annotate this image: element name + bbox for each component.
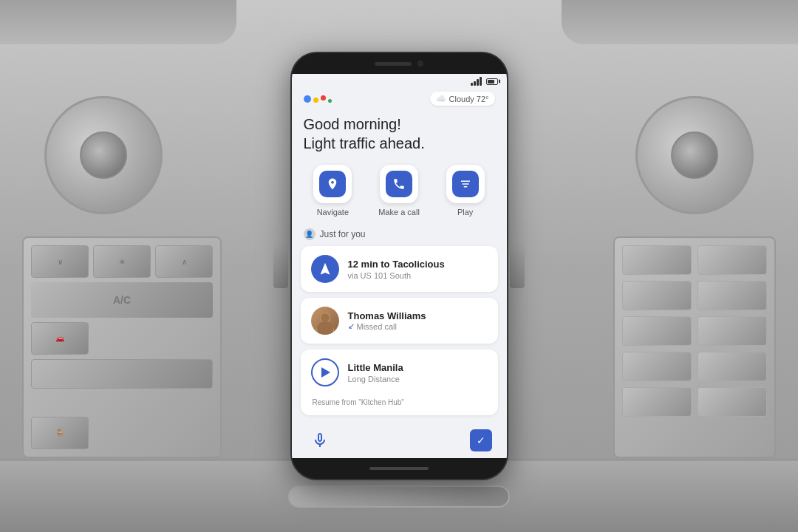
fan-icon-btn[interactable]: ✳ xyxy=(93,245,151,278)
screen-header: ☁️ Cloudy 72° xyxy=(292,87,507,112)
play-icon-circle xyxy=(446,165,485,203)
right-row-3 xyxy=(622,316,767,346)
battery-tip xyxy=(499,80,500,83)
nav-card-text: 12 min to Tacolicious via US 101 South xyxy=(348,259,488,280)
contact-name: Thomas Williams xyxy=(348,310,488,321)
right-control-panel xyxy=(613,236,776,458)
play-action[interactable]: Play xyxy=(436,165,495,216)
phone-home-bar xyxy=(369,467,429,470)
signal-bar-1 xyxy=(471,83,473,86)
call-icon-circle xyxy=(380,165,418,203)
phone-screen: ☁️ Cloudy 72° Good morning! Light traffi… xyxy=(292,74,507,458)
right-btn-8[interactable] xyxy=(698,352,767,381)
checkmark-button[interactable]: ✓ xyxy=(470,429,492,451)
contact-card[interactable]: Thomas Williams ↙ Missed call xyxy=(301,298,498,344)
right-vent xyxy=(635,96,754,214)
nav-card-title: 12 min to Tacolicious xyxy=(348,259,488,270)
car-btn[interactable]: 🚗 xyxy=(31,322,89,355)
left-vent xyxy=(44,96,163,214)
greeting-section: Good morning! Light traffic ahead. xyxy=(292,112,507,162)
play-label: Play xyxy=(457,208,473,216)
nav-arrow-icon xyxy=(311,255,339,283)
music-card-text: Little Manila Long Distance xyxy=(348,362,488,383)
navigation-card[interactable]: 12 min to Tacolicious via US 101 South xyxy=(301,246,498,292)
just-for-you-label: Just for you xyxy=(320,229,366,239)
mount-bracket-right xyxy=(510,244,525,288)
svg-point-3 xyxy=(317,321,333,335)
phone-bottom-bar xyxy=(292,458,507,479)
car-display xyxy=(31,359,213,389)
left-vent-top xyxy=(0,0,236,44)
weather-icon: ☁️ xyxy=(436,94,446,103)
dot-blue xyxy=(304,95,311,103)
svg-point-2 xyxy=(321,313,330,322)
signal-bar-3 xyxy=(477,79,479,86)
dot-red xyxy=(321,95,326,100)
right-btn-7[interactable] xyxy=(622,352,692,381)
quick-actions: Navigate Make a call xyxy=(292,162,507,225)
play-icon xyxy=(452,171,479,197)
music-subtitle: Long Distance xyxy=(348,375,488,383)
call-action[interactable]: Make a call xyxy=(369,165,429,216)
missed-call-indicator: ↙ Missed call xyxy=(348,321,488,331)
fan-up-btn[interactable]: ∧ xyxy=(155,245,213,278)
battery-fill xyxy=(488,80,495,83)
mount-bracket-left xyxy=(273,244,288,288)
right-btn-2[interactable] xyxy=(698,245,767,275)
phone-camera xyxy=(417,61,423,66)
right-vent-top xyxy=(562,0,798,44)
seat-btn[interactable]: 🪑 xyxy=(31,417,89,449)
right-btn-6[interactable] xyxy=(698,316,767,346)
ac-label: A/C xyxy=(31,282,213,317)
greeting-line1: Good morning! Light traffic ahead. xyxy=(304,115,495,153)
right-btn-4[interactable] xyxy=(698,281,767,310)
music-card[interactable]: Little Manila Long Distance Resume from … xyxy=(301,349,498,415)
status-bar xyxy=(292,74,507,87)
navigate-action[interactable]: Navigate xyxy=(304,165,363,216)
right-btn-5[interactable] xyxy=(622,316,692,346)
google-assistant-icon xyxy=(304,95,332,103)
missed-call-arrow-icon: ↙ xyxy=(348,321,355,331)
missed-call-label: Missed call xyxy=(357,322,397,331)
navigate-icon-circle xyxy=(313,165,352,203)
phone-device: ☁️ Cloudy 72° Good morning! Light traffi… xyxy=(290,52,508,480)
music-play-icon[interactable] xyxy=(311,358,339,386)
signal-bar-4 xyxy=(480,77,482,86)
contact-card-text: Thomas Williams ↙ Missed call xyxy=(348,310,488,331)
weather-temp: Cloudy 72° xyxy=(449,95,489,103)
fan-down-btn[interactable]: ∨ xyxy=(31,245,89,278)
phone-top-bar xyxy=(292,53,507,74)
weather-pill: ☁️ Cloudy 72° xyxy=(430,92,495,106)
call-icon xyxy=(386,171,412,197)
right-row-1 xyxy=(622,245,767,275)
phone-mount: ☁️ Cloudy 72° Good morning! Light traffi… xyxy=(281,37,517,495)
right-row-4 xyxy=(622,352,767,381)
battery-icon xyxy=(486,78,498,85)
checkmark-icon: ✓ xyxy=(477,434,485,446)
nav-card-subtitle: via US 101 South xyxy=(348,271,488,280)
play-triangle-icon xyxy=(321,367,330,378)
music-title: Little Manila xyxy=(348,362,488,373)
music-card-top: Little Manila Long Distance xyxy=(311,358,488,386)
bottom-action-bar: ✓ xyxy=(292,421,507,458)
left-control-panel: ∨ ✳ ∧ A/C 🚗 🪑 xyxy=(22,236,222,458)
right-row-2 xyxy=(622,281,767,310)
signal-bar-2 xyxy=(474,81,476,86)
right-btn-10[interactable] xyxy=(698,387,767,417)
contact-avatar xyxy=(311,307,339,335)
navigate-icon xyxy=(319,171,346,197)
right-btn-1[interactable] xyxy=(622,245,692,275)
call-label: Make a call xyxy=(378,208,420,216)
resume-text: Resume from "Kitchen Hub" xyxy=(311,398,404,406)
just-for-you-header: 👤 Just for you xyxy=(292,225,507,246)
section-user-icon: 👤 xyxy=(304,228,316,240)
dot-yellow xyxy=(313,98,318,103)
right-row-5 xyxy=(622,387,767,417)
phone-speaker xyxy=(375,62,412,66)
signal-icon xyxy=(471,77,482,86)
dot-green xyxy=(328,99,332,103)
right-btn-9[interactable] xyxy=(622,387,692,417)
mic-button[interactable] xyxy=(307,427,333,454)
navigate-label: Navigate xyxy=(317,208,349,216)
right-btn-3[interactable] xyxy=(622,281,692,310)
